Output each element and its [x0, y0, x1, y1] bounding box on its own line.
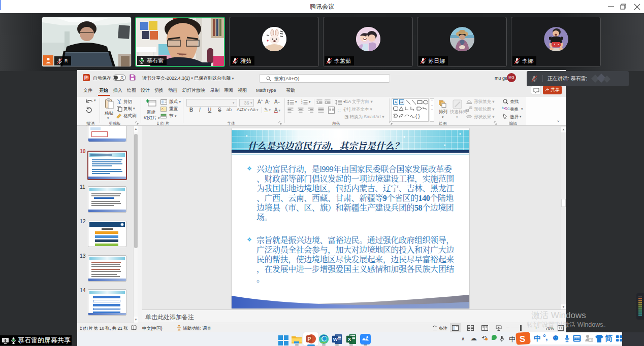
- svg-text:2: 2: [301, 101, 303, 104]
- svg-text:S: S: [520, 334, 525, 344]
- svg-text:P: P: [308, 336, 311, 342]
- svg-text:W: W: [333, 336, 338, 342]
- svg-text:P: P: [84, 75, 88, 81]
- svg-text:12: 12: [589, 339, 592, 342]
- svg-text:X: X: [348, 336, 351, 342]
- svg-text:{ }: { }: [415, 114, 420, 119]
